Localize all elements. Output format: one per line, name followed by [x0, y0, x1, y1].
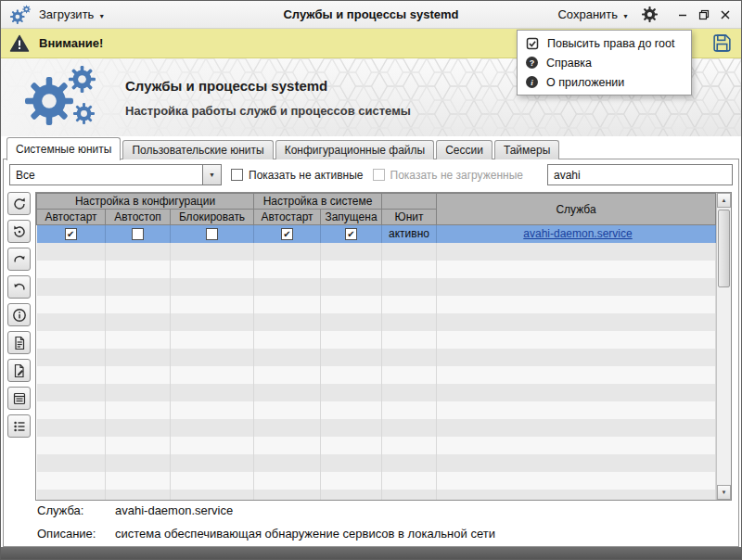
app-logo-gears-icon [25, 66, 99, 129]
tab-label: Системные юниты [16, 143, 111, 156]
unit-info-button[interactable] [7, 303, 31, 326]
menu-item-elevate-root[interactable]: Повысить права до root [518, 33, 691, 53]
checkbox[interactable]: ✔ [281, 228, 293, 240]
vertical-scrollbar[interactable] [716, 193, 731, 500]
app-window: Загрузить Службы и процессы systemd Сохр… [0, 0, 742, 560]
group-header-empty [382, 194, 437, 210]
tab-pane: Все Показать не активные Показать не заг… [3, 159, 739, 547]
chevron-down-icon [622, 7, 629, 21]
info-icon [12, 308, 27, 323]
service-row-selected[interactable]: ✔ ✔ ✔ активно avahi-daemon.service [37, 225, 716, 243]
restart-service-button[interactable] [7, 248, 31, 271]
tab-system-units[interactable]: Системные юниты [6, 137, 121, 160]
empty-row [37, 278, 716, 296]
checkbox-box [231, 169, 243, 181]
service-detail-label: Служба: [37, 503, 115, 517]
empty-row [37, 454, 716, 472]
settings-gear-button[interactable] [642, 6, 658, 22]
save-menu-button[interactable]: Сохранить [557, 7, 629, 21]
empty-row [37, 401, 716, 419]
column-header-unit: Юнит [382, 210, 437, 225]
checkbox-box [373, 169, 385, 181]
close-button[interactable] [719, 8, 732, 21]
service-link[interactable]: avahi-daemon.service [523, 227, 632, 240]
show-inactive-label: Показать не активные [249, 169, 364, 182]
table-group-header-row: Настройка в конфигурации Настройка в сис… [37, 194, 716, 210]
page-title: Службы и процессы systemd [125, 78, 411, 94]
empty-row [37, 419, 716, 437]
empty-row [37, 472, 716, 490]
menu-item-help[interactable]: Справка [518, 53, 691, 72]
combobox-dropdown-button[interactable] [202, 165, 221, 185]
tab-label: Сессии [445, 144, 483, 157]
menu-item-label: О приложении [546, 76, 624, 89]
running-cell[interactable]: ✔ [321, 225, 382, 243]
column-header-running: Запущена [321, 210, 382, 225]
checkbox[interactable]: ✔ [345, 228, 357, 240]
load-menu-label: Загрузить [39, 7, 94, 21]
scrollbar-thumb[interactable] [718, 210, 730, 287]
stop-service-button[interactable] [7, 275, 31, 299]
empty-row [37, 331, 716, 349]
menu-item-label: Справка [546, 57, 592, 70]
app-gears-icon [10, 5, 31, 25]
autostart-system-cell[interactable]: ✔ [254, 225, 321, 243]
description-detail-label: Описание: [37, 527, 115, 541]
checkbox[interactable]: ✔ [65, 228, 77, 240]
help-circle-icon [526, 57, 538, 69]
menu-item-about[interactable]: О приложении [518, 72, 691, 92]
side-toolbar [7, 192, 32, 438]
menu-item-label: Повысить права до root [547, 37, 674, 50]
refresh-icon [12, 197, 27, 211]
tab-label: Пользовательские юниты [132, 144, 263, 157]
autostart-config-cell[interactable]: ✔ [37, 225, 106, 243]
empty-row [37, 261, 716, 278]
unit-status: активно [389, 227, 429, 240]
services-table: Настройка в конфигурации Настройка в сис… [36, 193, 716, 501]
checkbox[interactable] [132, 228, 144, 240]
dependencies-list-button[interactable] [7, 414, 31, 438]
minimize-button[interactable] [676, 8, 689, 21]
empty-row [37, 366, 716, 384]
reload-units-button[interactable] [7, 220, 31, 243]
description-detail-value: система обеспечивающая обнаружение серви… [115, 527, 495, 541]
window-controls [676, 8, 732, 21]
services-table-area: Настройка в конфигурации Настройка в сис… [35, 192, 732, 501]
scroll-up-button[interactable] [717, 193, 731, 208]
tab-config-files[interactable]: Конфигурационные файлы [275, 140, 434, 159]
tab-bar: Системные юниты Пользовательские юниты К… [1, 136, 741, 159]
warning-triangle-icon [9, 34, 30, 53]
service-table-body: ✔ ✔ ✔ активно avahi-daemon.service [37, 225, 716, 502]
block-cell[interactable] [171, 225, 254, 243]
autostop-cell[interactable] [106, 225, 171, 243]
page-subtitle: Настройка работы служб и процессов систе… [125, 104, 411, 118]
column-header-autostart-system: Автостарт [254, 210, 321, 225]
restore-button[interactable] [697, 8, 710, 21]
tab-user-units[interactable]: Пользовательские юниты [122, 140, 273, 159]
scope-combobox[interactable]: Все [9, 164, 222, 185]
empty-row [37, 490, 716, 502]
stop-service-icon [12, 280, 27, 295]
checkbox[interactable] [206, 228, 218, 240]
refresh-button[interactable] [7, 192, 31, 215]
show-unloaded-label: Показать не загруженные [390, 169, 523, 182]
journal-log-button[interactable] [7, 387, 31, 410]
view-unit-file-button[interactable] [7, 331, 31, 354]
reload-units-icon [12, 224, 27, 239]
save-config-button[interactable] [711, 32, 733, 54]
show-inactive-checkbox[interactable]: Показать не активные [231, 169, 364, 182]
tab-timers[interactable]: Таймеры [494, 140, 559, 159]
chevron-down-icon [98, 7, 105, 21]
column-header-block: Блокировать [171, 210, 254, 225]
service-detail-value: avahi-daemon.service [115, 503, 233, 517]
load-menu-button[interactable]: Загрузить [39, 7, 105, 21]
unit-status-cell: активно [382, 225, 437, 243]
scroll-down-button[interactable] [717, 485, 731, 500]
empty-row [37, 313, 716, 331]
filter-bar: Все Показать не активные Показать не заг… [9, 164, 733, 185]
show-unloaded-checkbox: Показать не загруженные [373, 169, 523, 182]
search-input[interactable] [547, 164, 733, 185]
tab-sessions[interactable]: Сессии [436, 140, 493, 159]
edit-unit-file-button[interactable] [7, 359, 31, 382]
column-header-service: Служба [437, 194, 716, 225]
